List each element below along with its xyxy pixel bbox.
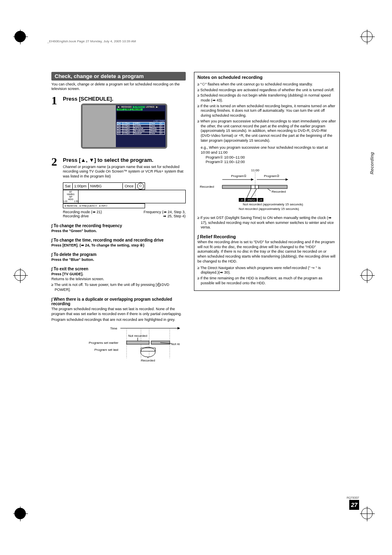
side-tab: Recording — [369, 152, 374, 174]
svg-text:Program②: Program② — [264, 174, 279, 178]
sel-day: Sat — [63, 183, 73, 189]
crop-mark-tr — [361, 31, 378, 47]
callouts: Recording mode (➡ 21) Recording drive Fr… — [63, 210, 186, 219]
svg-text:-RW(V): -RW(V) — [247, 199, 255, 201]
crop-mark-br — [361, 508, 378, 524]
frequency-hint: ● FREQUENCY — [79, 205, 97, 207]
svg-text:Recorded: Recorded — [141, 359, 155, 362]
relief-p: When the recording drive is set to "DVD"… — [198, 240, 336, 264]
step-1-number: 1 — [51, 94, 63, 153]
svg-rect-27 — [222, 185, 251, 189]
exit-p1: Returns to the television screen. — [51, 277, 186, 282]
svg-marker-25 — [286, 178, 288, 181]
sel-info-box: 87 NWBG SP HDD 1:00 1:55 — [63, 190, 78, 203]
tv-screenshot-1: MESSAGES SCHEDULE LISTINGS SORT NEW RECO… — [81, 104, 167, 149]
svg-line-35 — [251, 189, 257, 198]
sel-freq: Once — [123, 183, 136, 189]
dup-p1: The program scheduled recording that was… — [51, 307, 186, 316]
svg-text:Recorded: Recorded — [272, 190, 286, 193]
tv-tab: LISTINGS — [145, 106, 155, 108]
sub-delete-line: Press the "Blue" button. — [51, 258, 186, 262]
tv-sort-item: NEW — [125, 108, 132, 111]
sub-exit-line: Press [TV GUIDE]. — [51, 272, 186, 276]
header-note: _EH60English.book Page 27 Monday, July 4… — [47, 39, 136, 43]
relief-b1: The Direct Navigator shows which program… — [198, 266, 336, 275]
crop-mark-tl — [14, 31, 31, 47]
notes-panel: Notes on scheduled recording "⏲" flashes… — [194, 72, 340, 291]
dup-p2: Program scheduled recordings that are no… — [51, 318, 186, 322]
svg-text:Not recorded (approximately 15: Not recorded (approximately 15 seconds) — [239, 207, 299, 211]
note-5: When you program successive scheduled re… — [198, 119, 336, 143]
sub-change-time-line: Press [ENTER]. (➡ 24, To change the sett… — [51, 243, 186, 247]
intro-text: You can check, change or delete a progra… — [51, 82, 186, 92]
step-2: 2 Press [▲, ▼] to select the program. Ch… — [51, 155, 186, 219]
note-4: If the unit is turned on when scheduled … — [198, 104, 336, 118]
page-number-block: RQT8307 27 — [347, 496, 359, 510]
sub-change-time: To change the time, recording mode and r… — [51, 238, 186, 242]
page-number: 27 — [349, 500, 359, 510]
svg-text:Not recorded (approximately 15: Not recorded (approximately 15 seconds) — [243, 203, 303, 206]
example-block: e.g., When you program successive one ho… — [201, 145, 336, 165]
sub-delete: To delete the program — [51, 252, 186, 257]
relief-b2: If the time remaining on the HDD is insu… — [198, 276, 336, 286]
sub-exit: To exit the screen — [51, 267, 186, 271]
svg-marker-2 — [178, 327, 180, 329]
svg-text:Program set last: Program set last — [95, 348, 119, 352]
svg-text:Not recorded: Not recorded — [171, 342, 180, 346]
svg-text:11:00: 11:00 — [251, 168, 260, 172]
step-1-title: Press [SCHEDULE]. — [63, 96, 186, 102]
svg-rect-30 — [255, 185, 258, 189]
selected-row-figure: Sat 1:00pm NWBG Once ⏲ 87 NWBG SP HDD — [63, 182, 186, 208]
sub-change-freq-line: Press the "Green" button. — [51, 229, 186, 233]
svg-text:Programs set earlier: Programs set earlier — [89, 341, 118, 345]
notes-title: Notes on scheduled recording — [198, 75, 336, 80]
note-3: Scheduled recordings do not begin while … — [198, 93, 336, 103]
sub-duplicate: When there is a duplicate or overlapping… — [51, 297, 186, 306]
exit-b1: The unit is not off. To save power, turn… — [51, 283, 186, 292]
sel-ch: NWBG — [89, 183, 123, 189]
crop-mark-ml — [14, 269, 31, 286]
tv-tab: MESSAGES — [120, 106, 132, 108]
overlap-diagram: Time Programs set earlier Program set la… — [51, 325, 186, 362]
step-2-desc: Channel or program name (a program name … — [63, 165, 186, 179]
svg-line-33 — [267, 189, 271, 191]
tv-sort-item: RECORD — [132, 108, 143, 111]
tv-sort-item: SORT — [117, 108, 124, 111]
svg-text:Program①: Program① — [231, 174, 247, 178]
svg-rect-28 — [258, 185, 287, 189]
step-2-title: Press [▲, ▼] to select the program. — [63, 157, 186, 163]
tv-tab-active: SCHEDULE — [133, 106, 145, 108]
crop-mark-bl — [14, 508, 31, 524]
svg-rect-9 — [127, 341, 149, 344]
section-banner: Check, change or delete a program — [51, 72, 186, 81]
sub-change-freq: To change the recording frequency — [51, 223, 186, 228]
crop-mark-mr — [361, 269, 378, 286]
info-hint: ● INFO — [99, 205, 107, 207]
remove-hint: ● REMOVE — [65, 205, 77, 207]
doc-ref: RQT8307 — [347, 496, 359, 499]
tv-schedule-table: Sat1:00pmNWBGOnce⏲ Sat2:00pmDodzillaOnce… — [117, 122, 165, 135]
svg-text:Time: Time — [110, 327, 118, 330]
note-2: Scheduled recordings are activated regar… — [198, 88, 336, 93]
note-6: If you set DST (Daylight Saving Time) to… — [198, 216, 336, 230]
svg-rect-29 — [251, 185, 255, 189]
timer-icon: ⏲ — [137, 183, 144, 189]
svg-text:-R: -R — [240, 199, 243, 201]
svg-text:Recorded: Recorded — [200, 185, 214, 189]
svg-marker-23 — [251, 178, 254, 181]
svg-text:+R: +R — [259, 199, 263, 201]
sel-time: 1:00pm — [73, 183, 89, 189]
step-2-number: 2 — [51, 155, 63, 219]
successive-diagram: 11:00 Program① Program② Recorded — [198, 167, 336, 213]
relief-heading: Relief Recording — [198, 234, 336, 239]
note-1: "⏲" flashes when the unit cannot go to s… — [198, 82, 336, 87]
svg-text:Not recorded: Not recorded — [128, 334, 147, 338]
step-1: 1 Press [SCHEDULE]. MESSAGES SCHEDULE — [51, 94, 186, 153]
